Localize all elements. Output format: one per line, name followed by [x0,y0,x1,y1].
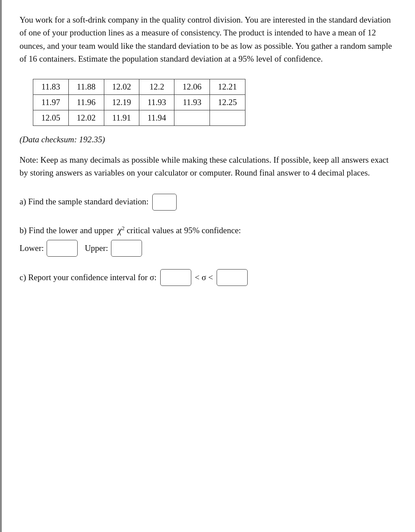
cell-2-5: 11.93 [174,94,210,110]
question-b-label: b) Find the lower and upper [20,226,114,235]
cell-3-4: 11.94 [139,110,174,125]
data-table: 11.83 11.88 12.02 12.2 12.06 12.21 11.97… [33,79,245,126]
cell-1-3: 12.02 [104,79,139,94]
cell-3-3: 11.91 [104,110,139,125]
page: You work for a soft-drink company in the… [0,0,415,532]
question-c-label: c) Report your confidence interval for σ… [20,271,157,284]
cell-1-6: 12.21 [210,79,245,94]
question-a-label: a) Find the sample standard deviation: [20,195,149,208]
cell-3-2: 12.02 [68,110,104,125]
cell-2-6: 12.25 [210,94,245,110]
cell-3-5-empty [174,110,210,125]
intro-paragraph: You work for a soft-drink company in the… [20,13,397,66]
ci-lower-input[interactable] [160,269,191,286]
question-a-input[interactable] [152,194,177,211]
cell-2-3: 12.19 [104,94,139,110]
question-c: c) Report your confidence interval for σ… [20,269,397,286]
table-row: 11.83 11.88 12.02 12.2 12.06 12.21 [33,79,245,94]
upper-label: Upper: [85,242,108,255]
question-a: a) Find the sample standard deviation: [20,194,397,211]
table-row: 11.97 11.96 12.19 11.93 11.93 12.25 [33,94,245,110]
cell-3-6-empty [210,110,245,125]
cell-2-4: 11.93 [139,94,174,110]
cell-1-1: 11.83 [33,79,69,94]
cell-1-5: 12.06 [174,79,210,94]
cell-2-2: 11.96 [68,94,104,110]
cell-2-1: 11.97 [33,94,69,110]
lower-label: Lower: [20,242,44,255]
note-paragraph: Note: Keep as many decimals as possible … [20,153,397,180]
question-b: b) Find the lower and upper χ2 critical … [20,223,397,257]
lower-input[interactable] [47,240,78,257]
table-row: 12.05 12.02 11.91 11.94 [33,110,245,125]
chi-symbol: χ [115,225,122,235]
less-than-symbol: < σ < [195,271,213,284]
upper-input[interactable] [111,240,142,257]
chi-exponent: 2 [122,224,125,231]
cell-3-1: 12.05 [33,110,69,125]
cell-1-2: 11.88 [68,79,104,94]
ci-upper-input[interactable] [217,269,248,286]
question-b-label2: critical values at 95% confidence: [126,226,241,235]
data-table-wrapper: 11.83 11.88 12.02 12.2 12.06 12.21 11.97… [33,79,397,126]
checksum-text: (Data checksum: 192.35) [20,135,397,145]
cell-1-4: 12.2 [139,79,174,94]
